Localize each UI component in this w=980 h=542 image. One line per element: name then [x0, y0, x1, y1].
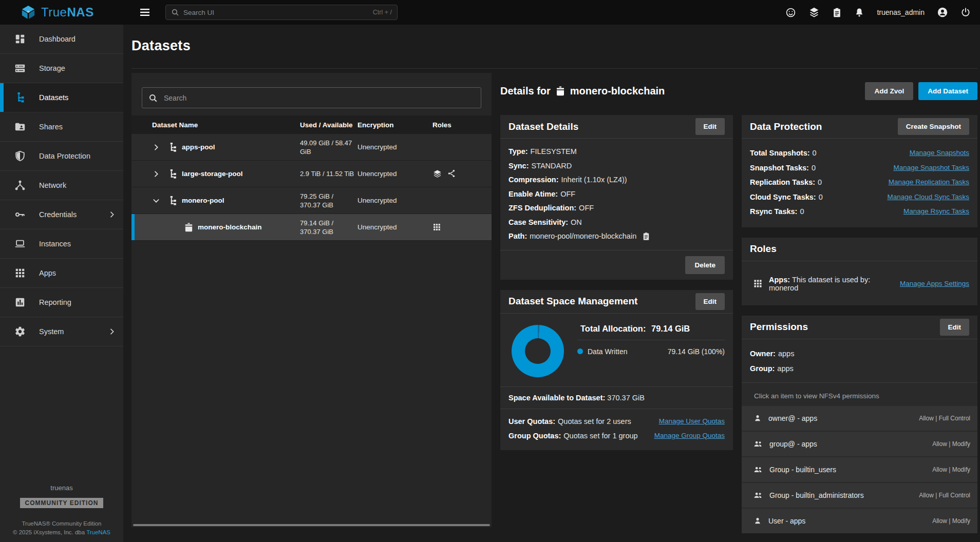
sidebar-item-dashboard[interactable]: Dashboard	[0, 25, 123, 54]
used-available-value: 79.25 GiB /370.37 GiB	[300, 192, 357, 209]
sidebar-item-data-protection[interactable]: Data Protection	[0, 142, 123, 171]
people-icon	[753, 465, 763, 474]
manage-cloud-sync-tasks-link[interactable]: Manage Cloud Sync Tasks	[887, 190, 969, 205]
username-label: truenas_admin	[877, 8, 925, 16]
encryption-value: Unencrypted	[357, 143, 432, 151]
people-icon	[753, 439, 763, 449]
horizontal-scrollbar[interactable]	[133, 524, 490, 526]
table-row-monero-pool[interactable]: monero-pool 79.25 GiB /370.37 GiB Unencr…	[131, 187, 492, 214]
sidebar-item-instances[interactable]: Instances	[0, 229, 123, 259]
permission-item-user-apps[interactable]: User - apps Allow | Modify	[742, 509, 977, 533]
people-icon	[753, 491, 763, 500]
truenas-footer-link[interactable]: TrueNAS	[86, 529, 110, 535]
jobs-clipboard-icon[interactable]	[832, 7, 842, 18]
expand-chevron-icon[interactable]	[152, 143, 163, 151]
manage-apps-settings-link[interactable]: Manage Apps Settings	[900, 280, 969, 287]
laptop-icon	[14, 238, 27, 249]
add-zvol-button[interactable]: Add Zvol	[865, 82, 913, 100]
dataset-details-title: Dataset Details	[508, 121, 578, 132]
truecommand-icon[interactable]	[808, 7, 820, 18]
column-used-available: Used / Available	[300, 121, 357, 129]
gear-icon	[14, 326, 27, 337]
used-available-value: 49.09 GiB / 58.47 GiB	[300, 139, 357, 156]
manage-snapshots-link[interactable]: Manage Snapshots	[910, 146, 969, 161]
table-row-monero-blockchain[interactable]: monero-blockchain 79.14 GiB /370.37 GiB …	[131, 214, 492, 241]
sidebar-item-credentials[interactable]: Credentials	[0, 200, 123, 229]
layers-role-icon	[432, 169, 442, 179]
person-icon	[753, 516, 762, 526]
truenas-logo-icon	[21, 5, 36, 20]
permissions-edit-button[interactable]: Edit	[940, 319, 970, 336]
collapse-chevron-icon[interactable]	[152, 197, 163, 205]
sidebar-item-system[interactable]: System	[0, 317, 123, 346]
top-bar: TrueNAS Ctrl + / truenas_admin	[0, 0, 980, 25]
sidebar-item-reporting[interactable]: Reporting	[0, 288, 123, 317]
copy-path-icon[interactable]	[642, 232, 650, 241]
datasets-tree-icon	[14, 92, 27, 103]
global-search-input[interactable]	[183, 9, 373, 16]
share-role-icon	[447, 169, 456, 179]
manage-user-quotas-link[interactable]: Manage User Quotas	[659, 414, 725, 429]
manage-snapshot-tasks-link[interactable]: Manage Snapshot Tasks	[893, 161, 969, 176]
field-zfs-deduplication-: ZFS Deduplication: OFF	[508, 201, 725, 216]
permission-item-group-builtin-administrators[interactable]: Group - builtin_administrators Allow | F…	[742, 483, 977, 508]
manage-group-quotas-link[interactable]: Manage Group Quotas	[654, 429, 725, 443]
truenas-logo[interactable]: TrueNAS	[0, 5, 123, 20]
sidebar-item-apps[interactable]: Apps	[0, 259, 123, 288]
sidebar-item-datasets[interactable]: Datasets	[0, 83, 123, 112]
group-row: Group:apps	[750, 361, 969, 376]
copyright-line: © 2025 iXsystems, Inc. dba TrueNAS	[0, 528, 123, 537]
manage-rsync-tasks-link[interactable]: Manage Rsync Tasks	[903, 204, 969, 219]
manage-replication-tasks-link[interactable]: Manage Replication Tasks	[889, 175, 969, 190]
nfsv4-hint: Click an item to view NFSv4 permissions	[754, 392, 977, 400]
total-allocation: Total Allocation: 79.14 GiB	[577, 324, 725, 340]
roles-cell	[432, 169, 492, 179]
dataset-tree-icon	[167, 169, 178, 179]
column-roles: Roles	[432, 121, 492, 129]
sidebar-item-network[interactable]: Network	[0, 171, 123, 200]
permissions-card: Permissions Edit Owner:apps Group:apps C…	[742, 316, 977, 533]
chevron-right-icon	[108, 210, 116, 219]
permission-item-group-apps[interactable]: group@ - apps Allow | Modify	[742, 432, 977, 456]
owner-row: Owner:apps	[750, 346, 969, 361]
permission-item-group-builtin-users[interactable]: Group - builtin_users Allow | Modify	[742, 457, 977, 482]
field-path-: Path: monero-pool/monero-blockchain	[508, 229, 725, 244]
add-dataset-button[interactable]: Add Dataset	[918, 82, 977, 100]
table-header: Dataset Name Used / Available Encryption…	[131, 115, 492, 134]
expand-chevron-icon[interactable]	[152, 170, 163, 178]
sidebar-item-shares[interactable]: Shares	[0, 112, 123, 142]
dataset-delete-button[interactable]: Delete	[685, 256, 725, 274]
permission-item-owner-apps[interactable]: owner@ - apps Allow | Full Control	[742, 406, 977, 431]
dashboard-icon	[14, 33, 27, 45]
sidebar-item-storage[interactable]: Storage	[0, 54, 123, 83]
used-available-value: 79.14 GiB /370.37 GiB	[300, 219, 357, 236]
field-compression-: Compression: Inherit (1.10x (LZ4))	[508, 173, 725, 187]
dataset-search-input[interactable]	[164, 94, 475, 102]
roles-cell	[432, 223, 492, 231]
space-management-card: Dataset Space Management Edit Total Allo…	[500, 290, 733, 450]
account-icon[interactable]	[937, 7, 948, 18]
title-divider	[131, 68, 977, 69]
notifications-bell-icon[interactable]	[854, 7, 864, 18]
search-shortcut-hint: Ctrl + /	[373, 9, 392, 16]
table-row-large-storage-pool[interactable]: large-storage-pool 2.9 TiB / 11.52 TiB U…	[131, 161, 492, 187]
feedback-smiley-icon[interactable]	[785, 7, 796, 18]
dp-row-rsync-tasks-: Rsync Tasks: 0 Manage Rsync Tasks	[750, 204, 969, 219]
menu-toggle-icon[interactable]	[139, 6, 151, 18]
storage-icon	[14, 63, 27, 74]
data-protection-title: Data Protection	[750, 121, 822, 132]
space-management-edit-button[interactable]: Edit	[695, 293, 725, 310]
field-case-sensitivity-: Case Sensitivity: ON	[508, 216, 725, 230]
create-snapshot-button[interactable]: Create Snapshot	[898, 118, 969, 135]
power-icon[interactable]	[960, 7, 971, 17]
field-sync-: Sync: STANDARD	[508, 159, 725, 173]
global-search[interactable]: Ctrl + /	[165, 5, 398, 20]
dataset-tree-panel: Dataset Name Used / Available Encryption…	[131, 73, 492, 527]
chevron-right-icon	[108, 327, 116, 336]
folder-shared-icon	[14, 121, 27, 132]
product-line: TrueNAS® Community Edition	[0, 519, 123, 528]
dataset-details-edit-button[interactable]: Edit	[695, 118, 725, 135]
table-row-apps-pool[interactable]: apps-pool 49.09 GiB / 58.47 GiB Unencryp…	[131, 134, 492, 161]
dataset-icon	[555, 86, 566, 96]
dataset-search-box[interactable]	[142, 87, 481, 108]
